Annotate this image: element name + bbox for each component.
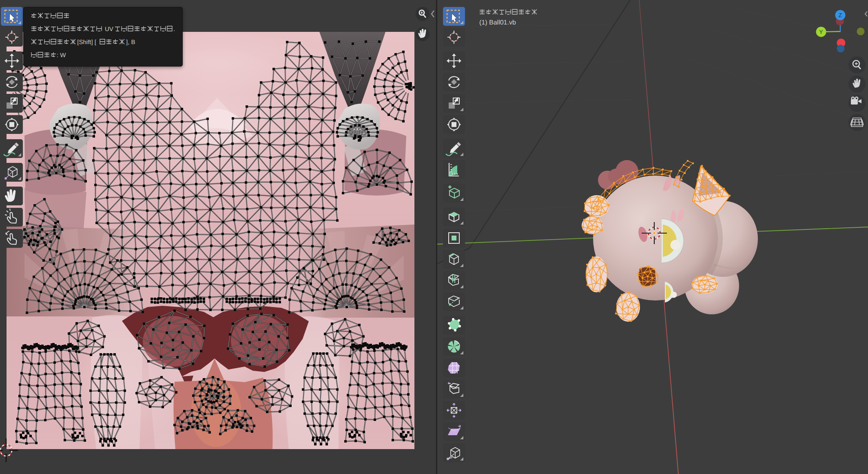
svg-text:Z: Z	[839, 12, 842, 18]
svg-text:: W: : W	[57, 52, 66, 59]
svg-text:: [Shift] [: : [Shift] [	[74, 39, 97, 46]
svg-text:], B: ], B	[126, 39, 135, 46]
svg-text:Y: Y	[819, 29, 823, 35]
svg-text:UV: UV	[105, 26, 113, 33]
svg-text:.: .	[173, 26, 175, 33]
svg-text:(1) Ball01.vb: (1) Ball01.vb	[479, 19, 516, 26]
